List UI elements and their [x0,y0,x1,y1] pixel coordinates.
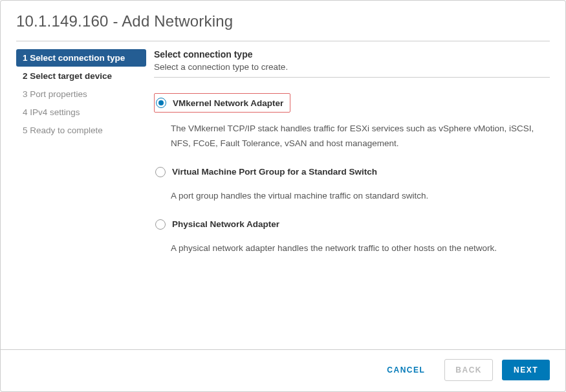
radio-icon[interactable] [155,219,166,230]
radio-icon[interactable] [155,167,166,177]
option-vmkernel-adapter: VMkernel Network Adapter The VMkernel TC… [154,93,550,151]
step-port-properties: 3 Port properties [16,85,146,103]
next-button[interactable]: NEXT [502,360,550,380]
option-row-portgroup[interactable]: Virtual Machine Port Group for a Standar… [154,164,550,180]
radio-icon[interactable] [156,98,166,108]
option-desc: The VMkernel TCP/IP stack handles traffi… [171,122,550,151]
content-divider [154,77,550,78]
content-title: Select connection type [154,49,550,60]
step-ready-to-complete: 5 Ready to complete [16,122,146,139]
option-physical-adapter: Physical Network Adapter A physical netw… [154,217,550,256]
option-label: VMkernel Network Adapter [173,98,283,108]
dialog-footer: CANCEL BACK NEXT [1,349,565,391]
add-networking-dialog: 10.1.149.160 - Add Networking 1 Select c… [0,0,566,392]
option-label: Virtual Machine Port Group for a Standar… [172,167,377,177]
option-row-vmkernel[interactable]: VMkernel Network Adapter [154,93,290,113]
content-subtitle: Select a connection type to create. [154,62,550,72]
cancel-button[interactable]: CANCEL [376,360,435,380]
option-vm-port-group: Virtual Machine Port Group for a Standar… [154,164,550,204]
step-select-target-device[interactable]: 2 Select target device [16,67,146,85]
option-row-physical[interactable]: Physical Network Adapter [154,217,550,232]
wizard-content: Select connection type Select a connecti… [146,49,565,349]
step-ipv4-settings: 4 IPv4 settings [16,103,146,121]
option-desc: A port group handles the virtual machine… [171,189,550,204]
dialog-title: 10.1.149.160 - Add Networking [16,12,550,30]
option-desc: A physical network adapter handles the n… [171,241,550,256]
option-label: Physical Network Adapter [172,219,279,229]
wizard-sidebar: 1 Select connection type 2 Select target… [1,49,146,349]
dialog-header: 10.1.149.160 - Add Networking [1,1,565,37]
step-select-connection-type[interactable]: 1 Select connection type [16,49,146,67]
back-button: BACK [444,359,493,381]
dialog-body: 1 Select connection type 2 Select target… [1,41,565,349]
